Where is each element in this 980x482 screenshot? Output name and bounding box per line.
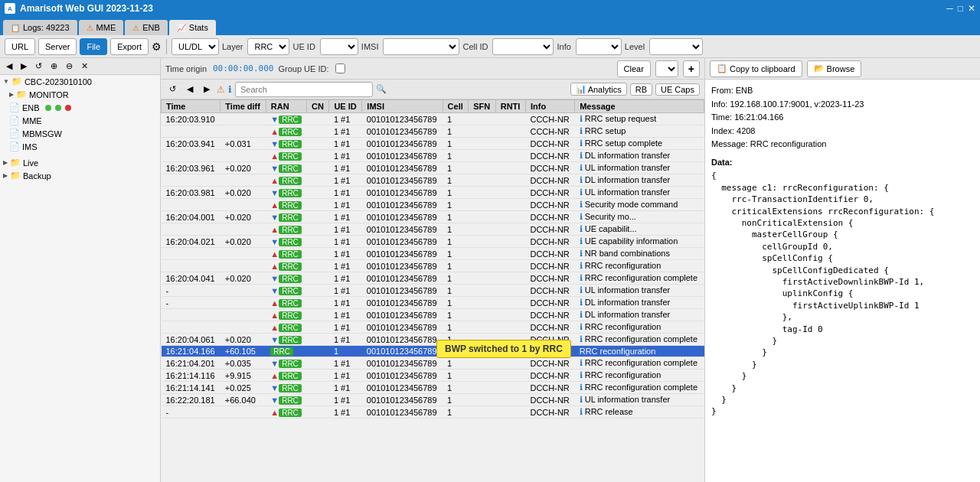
- cell-sfn: [469, 211, 496, 223]
- cell-time: [162, 248, 220, 260]
- table-row[interactable]: 16:20:03.941 +0.031 ▼RRC 1 #1 0010101234…: [162, 138, 704, 150]
- ran-badge: RRC: [279, 396, 302, 405]
- table-row[interactable]: 16:20:03.910 ▼RRC 1 #1 001010123456789 1…: [162, 113, 704, 125]
- ran-badge: RRC: [279, 262, 302, 271]
- level-select[interactable]: [649, 38, 703, 55]
- refresh-btn[interactable]: ↺: [165, 83, 180, 96]
- cell-cell: 1: [443, 150, 469, 162]
- table-row[interactable]: - ▲RRC 1 #1 001010123456789 1 DCCH-NR ℹR…: [162, 406, 704, 418]
- table-row[interactable]: 16:21:14.141 +0.025 ▼RRC 1 #1 0010101234…: [162, 382, 704, 394]
- table-row[interactable]: ▲RRC 1 #1 001010123456789 1 DCCH-NR ℹUE …: [162, 223, 704, 236]
- table-row[interactable]: 16:22:20.181 +66.040 ▼RRC 1 #1 001010123…: [162, 394, 704, 406]
- table-row[interactable]: 16:20:04.041 +0.020 ▼RRC 1 #1 0010101234…: [162, 272, 704, 285]
- copy-clipboard-button[interactable]: 📋 Copy to clipboard: [710, 60, 802, 77]
- table-row[interactable]: ▲RRC 1 #1 001010123456789 1 DCCH-NR ℹDL …: [162, 309, 704, 321]
- analytics-button[interactable]: 📊 Analytics: [570, 83, 627, 96]
- table-row[interactable]: - ▼RRC 1 #1 001010123456789 1 DCCH-NR ℹU…: [162, 285, 704, 297]
- url-button[interactable]: URL: [5, 38, 35, 55]
- info-select[interactable]: [576, 38, 622, 55]
- table-row[interactable]: 16:20:03.961 +0.020 ▼RRC 1 #1 0010101234…: [162, 162, 704, 174]
- table-row[interactable]: 16:21:04.166 +60.105 RRC 1 0010101234567…: [162, 346, 704, 357]
- sidebar-item-ims[interactable]: 📄 IMS: [6, 140, 160, 153]
- tab-enb[interactable]: ⚠ ENB: [125, 20, 168, 35]
- sidebar-item-enb[interactable]: 📄 ENB: [6, 101, 160, 114]
- sidebar-close-btn[interactable]: ✕: [78, 60, 91, 73]
- imsi-select[interactable]: [383, 38, 459, 55]
- sidebar-item-live[interactable]: ▶ 📁 Live: [0, 156, 160, 169]
- sidebar-item-mbmsgw[interactable]: 📄 MBMSGW: [6, 127, 160, 140]
- search-input[interactable]: [235, 82, 373, 97]
- cell-rnti: [495, 260, 525, 272]
- cell-timediff: +0.020: [220, 272, 266, 285]
- table-row[interactable]: ▲RRC 1 #1 001010123456789 1 DCCH-NR ℹNR …: [162, 248, 704, 260]
- time-origin-value[interactable]: 00:00:00.000: [213, 64, 273, 73]
- cell-rnti: [495, 382, 525, 394]
- browse-button[interactable]: 📂 Browse: [807, 60, 862, 77]
- cell-timediff: +0.035: [220, 357, 266, 370]
- table-row[interactable]: 16:21:14.116 +9.915 ▲RRC 1 #1 0010101234…: [162, 370, 704, 382]
- sidebar-item-backup[interactable]: ▶ 📁 Backup: [0, 169, 160, 182]
- layer-select[interactable]: RRCMACRLC: [247, 38, 289, 55]
- clear-button[interactable]: Clear: [617, 60, 651, 77]
- table-row[interactable]: ▲RRC 1 #1 001010123456789 1 CCCH-NR ℹRRC…: [162, 125, 704, 138]
- table-row[interactable]: 16:20:04.021 +0.020 ▼RRC 1 #1 0010101234…: [162, 236, 704, 248]
- clear-select[interactable]: ▾: [655, 60, 678, 77]
- maximize-btn[interactable]: □: [958, 3, 963, 14]
- table-row[interactable]: ▲RRC 1 #1 001010123456789 1 DCCH-NR ℹDL …: [162, 174, 704, 187]
- cell-ueid: 1 #1: [329, 223, 362, 236]
- rb-button[interactable]: RB: [630, 83, 652, 96]
- cell-rnti: [495, 211, 525, 223]
- minimize-btn[interactable]: ─: [946, 3, 953, 14]
- table-row[interactable]: 16:21:04.201 +0.035 ▼RRC 1 #1 0010101234…: [162, 357, 704, 370]
- detail-panel: 📋 Copy to clipboard 📂 Browse From: ENB I…: [704, 58, 980, 482]
- ran-badge: RRC: [279, 128, 302, 136]
- sidebar-item-monitor[interactable]: ▶ 📁 MONITOR: [6, 88, 160, 101]
- table-row[interactable]: 16:20:04.001 +0.020 ▼RRC 1 #1 0010101234…: [162, 211, 704, 223]
- arrow-up-icon: ▲: [270, 311, 279, 320]
- settings-icon[interactable]: ⚙: [152, 41, 162, 53]
- sidebar-back-btn[interactable]: ◀: [3, 60, 15, 73]
- window-controls: ─ □ ✕: [946, 3, 975, 14]
- server-button[interactable]: Server: [38, 38, 77, 55]
- cell-info: DCCH-NR: [525, 211, 574, 223]
- detail-from: From: ENB: [711, 84, 974, 98]
- table-row[interactable]: 16:20:04.061 +0.020 ▼RRC 1 #1 0010101234…: [162, 334, 704, 346]
- ran-badge: RRC: [279, 189, 302, 197]
- table-row[interactable]: ▲RRC 1 #1 001010123456789 1 DCCH-NR ℹRRC…: [162, 321, 704, 334]
- table-row[interactable]: ▲RRC 1 #1 001010123456789 1 DCCH-NR ℹRRC…: [162, 260, 704, 272]
- add-filter-button[interactable]: +: [683, 60, 700, 77]
- sidebar-forward-btn[interactable]: ▶: [18, 60, 30, 73]
- folder-icon: 📁: [16, 90, 27, 99]
- prev-btn[interactable]: ◀: [183, 83, 197, 96]
- file-button[interactable]: File: [80, 38, 107, 55]
- sidebar-expand-btn[interactable]: ⊕: [47, 60, 60, 73]
- ue-id-select[interactable]: [320, 38, 358, 55]
- cell-time: -: [162, 285, 220, 297]
- table-row[interactable]: 16:20:03.981 +0.020 ▼RRC 1 #1 0010101234…: [162, 187, 704, 199]
- sidebar-item-mme[interactable]: 📄 MME: [6, 114, 160, 127]
- table-row[interactable]: ▲RRC 1 #1 001010123456789 1 DCCH-NR ℹSec…: [162, 199, 704, 211]
- ue-caps-button[interactable]: UE Caps: [655, 83, 700, 96]
- cell-sfn: [469, 285, 496, 297]
- cell-ueid: 1 #1: [329, 394, 362, 406]
- cell-message: ℹUE capabilit...: [575, 223, 704, 236]
- info-icon: ℹ: [580, 285, 583, 295]
- tab-stats[interactable]: 📈 Stats: [169, 20, 216, 35]
- sidebar-refresh-btn[interactable]: ↺: [32, 60, 45, 73]
- tab-logs[interactable]: 📋 Logs: 49223: [3, 20, 77, 35]
- table-row[interactable]: - ▲RRC 1 #1 001010123456789 1 DCCH-NR ℹD…: [162, 297, 704, 309]
- cell-sfn: [469, 370, 496, 382]
- cell-imsi: 001010123456789: [362, 174, 443, 187]
- ul-dl-select[interactable]: UL/DLULDL: [172, 38, 219, 55]
- group-ue-id-checkbox[interactable]: [335, 64, 345, 73]
- sidebar-item-cbc[interactable]: ▼ 📁 CBC-2023010100: [0, 75, 160, 88]
- arrow-down-icon: ▼: [270, 139, 279, 148]
- cell-id-select[interactable]: [492, 38, 554, 55]
- export-button[interactable]: Export: [110, 38, 149, 55]
- close-btn[interactable]: ✕: [968, 3, 975, 14]
- sidebar-collapse-btn[interactable]: ⊖: [63, 60, 76, 73]
- cell-imsi: 001010123456789: [362, 211, 443, 223]
- table-row[interactable]: ▲RRC 1 #1 001010123456789 1 DCCH-NR ℹDL …: [162, 150, 704, 162]
- next-btn[interactable]: ▶: [200, 83, 214, 96]
- tab-mme[interactable]: ⚠ MME: [79, 20, 124, 35]
